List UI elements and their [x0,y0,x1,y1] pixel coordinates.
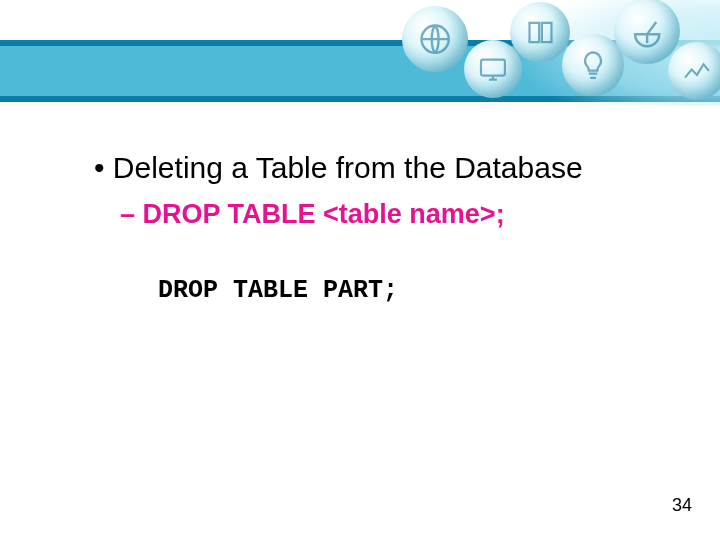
book-icon [510,2,570,62]
slide-body: Deleting a Table from the Database DROP … [80,150,660,330]
slide-header [0,0,720,106]
header-bubble [668,42,720,100]
header-bubble [402,6,468,72]
bullet-level-2: DROP TABLE <table name>; [80,199,660,230]
code-example: DROP TABLE PART; [80,276,660,305]
bullet-level-1: Deleting a Table from the Database [80,150,660,185]
chart-icon [668,42,720,100]
globe-icon [402,6,468,72]
page-number: 34 [672,495,692,516]
header-bubble [510,2,570,62]
svg-rect-1 [481,60,505,76]
